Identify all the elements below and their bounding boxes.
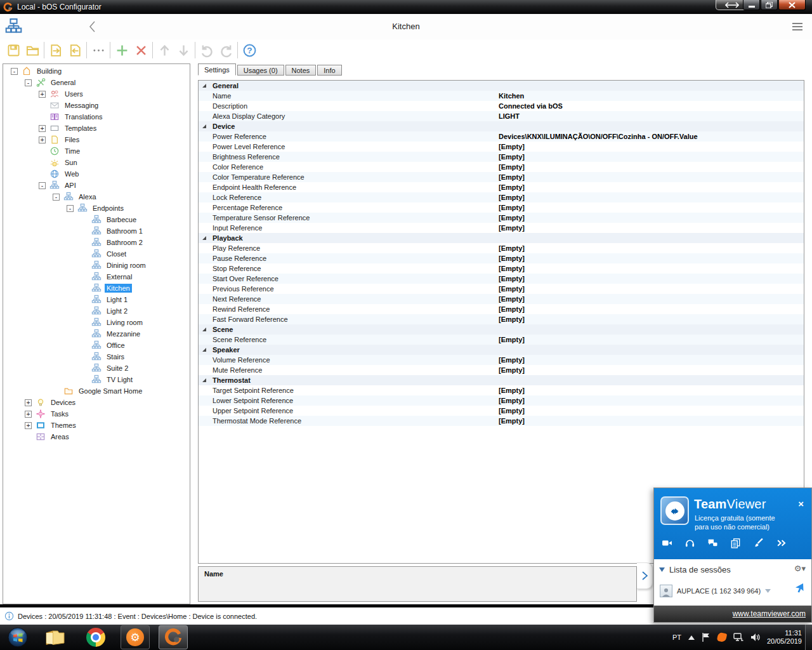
tree-item-files[interactable]: +Files (3, 134, 190, 145)
add-button[interactable] (112, 41, 131, 59)
settings-row-alexa-display-category[interactable]: Alexa Display CategoryLIGHT (199, 111, 804, 121)
title-bar[interactable]: Local - bOS Configurator (0, 0, 812, 14)
tree-item-endpoints[interactable]: -Endpoints (3, 202, 190, 214)
tree-item-translations[interactable]: Translations (3, 111, 190, 123)
tree-expander-minus[interactable]: - (25, 79, 32, 86)
settings-row-lower-setpoint-reference[interactable]: Lower Setpoint Reference[Empty] (199, 395, 804, 406)
setting-value[interactable]: [Empty] (499, 407, 804, 415)
sessions-list-header[interactable]: Lista de sessões (659, 565, 731, 574)
taskbar-clock[interactable]: 11:31 20/05/2019 (767, 629, 802, 646)
setting-value[interactable]: Devices\KNX\ILUMINAÇÃO\ON/OFF\Cozinha - … (499, 133, 804, 140)
collapse-triangle-icon[interactable] (199, 348, 210, 352)
setting-value[interactable]: [Empty] (499, 183, 804, 191)
tree-item-light-1[interactable]: Light 1 (3, 294, 190, 305)
collapse-triangle-icon[interactable] (199, 124, 210, 128)
tree-item-bathroom-1[interactable]: Bathroom 1 (3, 225, 190, 237)
chat-icon[interactable] (707, 538, 718, 548)
tree-expander-plus[interactable]: + (39, 125, 46, 132)
tree-item-alexa[interactable]: -Alexa (3, 191, 190, 202)
settings-row-volume-reference[interactable]: Volume Reference[Empty] (199, 355, 804, 365)
dropdown-arrow-icon[interactable] (765, 589, 771, 593)
video-camera-icon[interactable] (662, 538, 672, 548)
collapse-triangle-icon[interactable] (199, 328, 210, 331)
settings-row-stop-reference[interactable]: Stop Reference[Empty] (199, 263, 804, 274)
avast-tray-icon[interactable] (717, 632, 728, 643)
undo-button[interactable] (197, 41, 216, 59)
settings-row-next-reference[interactable]: Next Reference[Empty] (199, 294, 804, 304)
restore-button[interactable] (761, 0, 778, 10)
headset-icon[interactable] (684, 538, 695, 548)
taskbar-bos-configurator-button[interactable] (159, 625, 188, 649)
tree-expander-minus[interactable]: - (53, 194, 60, 201)
settings-section-thermostat[interactable]: Thermostat (199, 375, 804, 385)
tree-item-suite-2[interactable]: Suite 2 (3, 362, 190, 374)
settings-row-target-setpoint-reference[interactable]: Target Setpoint Reference[Empty] (199, 385, 804, 395)
tree-expander-plus[interactable]: + (39, 136, 46, 143)
taskbar-chrome-button[interactable] (81, 625, 110, 649)
setting-value[interactable]: [Empty] (499, 143, 804, 150)
setting-value[interactable]: [Empty] (499, 417, 804, 425)
setting-value[interactable]: [Empty] (499, 153, 804, 161)
show-desktop-button[interactable] (805, 625, 812, 650)
close-button[interactable] (778, 0, 806, 10)
setting-value[interactable]: [Empty] (499, 214, 804, 222)
setting-value[interactable]: Kitchen (499, 92, 804, 100)
setting-value[interactable]: [Empty] (499, 356, 804, 364)
tree-item-tasks[interactable]: +Tasks (3, 408, 190, 420)
settings-section-playback[interactable]: Playback (199, 233, 804, 243)
collapse-triangle-icon[interactable] (199, 236, 210, 240)
settings-row-name[interactable]: NameKitchen (199, 91, 804, 101)
tab-usages-0[interactable]: Usages (0) (237, 65, 284, 76)
network-tray-icon[interactable] (733, 633, 743, 642)
settings-row-color-reference[interactable]: Color Reference[Empty] (199, 162, 804, 172)
setting-value[interactable]: [Empty] (499, 163, 804, 171)
settings-row-start-over-reference[interactable]: Start Over Reference[Empty] (199, 274, 804, 284)
settings-section-speaker[interactable]: Speaker (199, 345, 804, 355)
move-up-button[interactable] (155, 41, 174, 59)
sessions-settings-button[interactable]: ⚙▾ (794, 564, 806, 573)
tree-expander-plus[interactable]: + (25, 411, 32, 418)
menu-button[interactable] (792, 22, 803, 32)
settings-row-lock-reference[interactable]: Lock Reference[Empty] (199, 192, 804, 202)
connect-cursor-icon[interactable] (794, 582, 805, 594)
tree-item-users[interactable]: +Users (3, 88, 190, 100)
tree-expander-plus[interactable]: + (25, 399, 32, 406)
setting-value[interactable]: LIGHT (499, 112, 804, 120)
settings-row-mute-reference[interactable]: Mute Reference[Empty] (199, 365, 804, 375)
import-button[interactable] (65, 41, 84, 59)
setting-value[interactable]: [Empty] (499, 265, 804, 272)
settings-section-scene[interactable]: Scene (199, 324, 804, 335)
settings-row-power-reference[interactable]: Power ReferenceDevices\KNX\ILUMINAÇÃO\ON… (199, 131, 804, 142)
tree-item-closet[interactable]: Closet (3, 248, 190, 260)
tree-item-devices[interactable]: +Devices (3, 397, 190, 408)
tree-item-themes[interactable]: +Themes (3, 420, 190, 431)
setting-value[interactable]: [Empty] (499, 244, 804, 252)
tree-item-general[interactable]: -General (3, 77, 190, 88)
settings-row-brightness-reference[interactable]: Brightness Reference[Empty] (199, 152, 804, 162)
setting-value[interactable]: [Empty] (499, 224, 804, 232)
settings-row-fast-forward-reference[interactable]: Fast Forward Reference[Empty] (199, 314, 804, 324)
export-button[interactable] (46, 41, 65, 59)
settings-row-play-reference[interactable]: Play Reference[Empty] (199, 243, 804, 253)
redo-button[interactable] (216, 41, 235, 59)
setting-value[interactable]: [Empty] (499, 366, 804, 374)
setting-value[interactable]: [Empty] (499, 204, 804, 211)
setting-value[interactable]: [Empty] (499, 397, 804, 404)
settings-row-color-temperature-reference[interactable]: Color Temperature Reference[Empty] (199, 172, 804, 182)
tree-expander-minus[interactable]: - (39, 182, 46, 189)
teamviewer-link[interactable]: www.teamviewer.com (733, 609, 806, 618)
teamviewer-close-button[interactable]: × (798, 498, 804, 509)
session-row[interactable]: AUPLACE (1 162 349 964) (660, 585, 771, 597)
settings-row-percentage-reference[interactable]: Percentage Reference[Empty] (199, 202, 804, 213)
brush-icon[interactable] (753, 538, 764, 548)
tree-expander-plus[interactable]: + (39, 91, 46, 98)
setting-value[interactable]: [Empty] (499, 387, 804, 394)
tree-expander-minus[interactable]: - (11, 68, 18, 75)
tree-expander-minus[interactable]: - (67, 205, 74, 212)
settings-row-temperature-sensor-reference[interactable]: Temperature Sensor Reference[Empty] (199, 213, 804, 223)
expand-panel-button[interactable] (637, 562, 653, 589)
tree-item-bathroom-2[interactable]: Bathroom 2 (3, 237, 190, 248)
tree-item-barbecue[interactable]: Barbecue (3, 214, 190, 225)
settings-row-pause-reference[interactable]: Pause Reference[Empty] (199, 253, 804, 263)
setting-value[interactable]: [Empty] (499, 305, 804, 313)
